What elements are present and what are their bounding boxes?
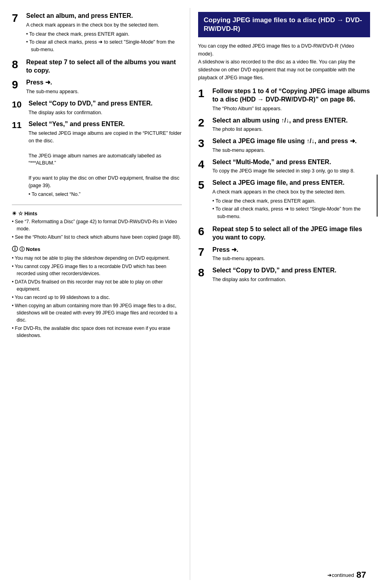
step-number-11: 11	[12, 120, 29, 130]
note-6: For DVD-Rs, the available disc space doe…	[12, 325, 182, 339]
step-9-content: Press ➜. The sub-menu appears.	[26, 79, 182, 96]
hints-icon: ☀	[12, 211, 17, 216]
note-5: When copying an album containing more th…	[12, 302, 182, 324]
right-step-number-5: 5	[198, 179, 212, 191]
right-step-1-title: Follow steps 1 to 4 of “Copying JPEG ima…	[212, 87, 370, 104]
right-step-2: 2 Select an album using ↑/↓, and press E…	[198, 117, 370, 134]
step-10-body: The display asks for confirmation.	[29, 109, 182, 117]
hints-section: ☀ ☆ Hints See “7. Reformatting a Disc” (…	[12, 211, 182, 241]
step-11-title: Select “Yes,” and press ENTER.	[29, 120, 182, 128]
left-step-7: 7 Select an album, and press ENTER. A ch…	[12, 12, 182, 54]
right-step-4-body: To copy the JPEG image file selected in …	[212, 167, 370, 175]
right-step-number-7: 7	[198, 246, 212, 258]
step-7-bullet-1: To clear the check mark, press ENTER aga…	[26, 31, 182, 38]
note-3: DATA DVDs finalised on this recorder may…	[12, 278, 182, 293]
right-step-number-3: 3	[198, 137, 212, 149]
right-column: Copying JPEG image files to a disc (HDD …	[190, 8, 378, 580]
right-step-2-content: Select an album using ↑/↓, and press ENT…	[212, 117, 370, 134]
section-header-text: Copying JPEG image files to a disc (HDD …	[204, 16, 362, 33]
hint-1: See “7. Reformatting a Disc” (page 42) t…	[12, 218, 182, 232]
left-divider	[12, 205, 182, 205]
left-step-10: 10 Select “Copy to DVD,” and press ENTER…	[12, 100, 182, 117]
right-step-8-body: The display asks for confirmation.	[212, 276, 370, 283]
notes-list: You may not be able to play the slidesho…	[12, 255, 182, 339]
right-step-1-body: The “Photo Album” list appears.	[212, 105, 370, 113]
right-step-8: 8 Select “Copy to DVD,” and press ENTER.…	[198, 266, 370, 283]
right-step-2-body: The photo list appears.	[212, 126, 370, 133]
step-11-content: Select “Yes,” and press ENTER. The selec…	[29, 120, 182, 199]
notes-icon: ⓘ	[12, 245, 18, 253]
right-step-number-6: 6	[198, 225, 212, 237]
note-1: You may not be able to play the slidesho…	[12, 255, 182, 262]
right-step-6: 6 Repeat step 5 to select all of the JPE…	[198, 225, 370, 242]
right-step-number-2: 2	[198, 117, 212, 128]
right-step-number-1: 1	[198, 87, 212, 99]
right-step-7-title: Press ➜.	[212, 246, 370, 254]
step-11-bullet-1: To cancel, select “No.”	[29, 191, 182, 198]
step-10-title: Select “Copy to DVD,” and press ENTER.	[29, 100, 182, 108]
step-8-content: Repeat step 7 to select all of the album…	[26, 58, 182, 75]
right-step-5-body: A check mark appears in the check box by…	[212, 188, 370, 196]
right-step-5-bullet-1: To clear the check mark, press ENTER aga…	[212, 197, 370, 205]
step-7-bullet-2: To clear all check marks, press ➜ to sel…	[26, 38, 182, 54]
step-number-10: 10	[12, 100, 29, 109]
notes-section: ⓘ ⓘ Notes You may not be able to play th…	[12, 245, 182, 339]
note-2: You cannot copy JPEG image files to a re…	[12, 263, 182, 277]
hints-title: ☀ ☆ Hints	[12, 211, 182, 216]
left-step-9: 9 Press ➜. The sub-menu appears.	[12, 79, 182, 96]
step-11-body: The selected JPEG image albums are copie…	[29, 130, 182, 189]
step-number-8: 8	[12, 58, 26, 70]
right-step-3-content: Select a JPEG image file using ↑/↓, and …	[212, 137, 370, 154]
right-step-6-title: Repeat step 5 to select all of the JPEG …	[212, 225, 370, 242]
left-step-8: 8 Repeat step 7 to select all of the alb…	[12, 58, 182, 75]
step-10-content: Select “Copy to DVD,” and press ENTER. T…	[29, 100, 182, 117]
right-step-4-content: Select “Multi-Mode,” and press ENTER. To…	[212, 158, 370, 175]
notes-title: ⓘ ⓘ Notes	[12, 245, 182, 253]
right-step-5: 5 Select a JPEG image file, and press EN…	[198, 179, 370, 221]
intro-text: You can copy the edited JPEG image files…	[198, 42, 370, 82]
right-step-3-title: Select a JPEG image file using ↑/↓, and …	[212, 137, 370, 146]
right-step-7: 7 Press ➜. The sub-menu appears.	[198, 246, 370, 263]
page-number: 87	[357, 570, 366, 580]
left-step-11: 11 Select “Yes,” and press ENTER. The se…	[12, 120, 182, 199]
step-7-bullets: To clear the check mark, press ENTER aga…	[26, 31, 182, 54]
note-4: You can record up to 99 slideshows to a …	[12, 294, 182, 301]
right-step-4: 4 Select “Multi-Mode,” and press ENTER. …	[198, 158, 370, 175]
step-number-9: 9	[12, 79, 26, 90]
right-step-4-title: Select “Multi-Mode,” and press ENTER.	[212, 158, 370, 167]
right-step-1-content: Follow steps 1 to 4 of “Copying JPEG ima…	[212, 87, 370, 112]
right-step-5-title: Select a JPEG image file, and press ENTE…	[212, 179, 370, 187]
right-step-8-content: Select “Copy to DVD,” and press ENTER. T…	[212, 266, 370, 283]
left-column: 7 Select an album, and press ENTER. A ch…	[0, 8, 190, 580]
step-9-title: Press ➜.	[26, 79, 182, 87]
step-8-title: Repeat step 7 to select all of the album…	[26, 58, 182, 75]
step-9-body: The sub-menu appears.	[26, 88, 182, 96]
step-7-title: Select an album, and press ENTER.	[26, 12, 182, 20]
right-step-6-content: Repeat step 5 to select all of the JPEG …	[212, 225, 370, 242]
right-step-1: 1 Follow steps 1 to 4 of “Copying JPEG i…	[198, 87, 370, 112]
hints-list: See “7. Reformatting a Disc” (page 42) t…	[12, 218, 182, 241]
photo-album-tab-wrapper: Photo Album	[376, 174, 378, 216]
step-7-content: Select an album, and press ENTER. A chec…	[26, 12, 182, 54]
right-step-3-body: The sub-menu appears.	[212, 147, 370, 154]
step-7-body: A check mark appears in the check box by…	[26, 21, 182, 29]
right-step-7-body: The sub-menu appears.	[212, 255, 370, 262]
right-step-2-title: Select an album using ↑/↓, and press ENT…	[212, 117, 370, 125]
right-step-number-4: 4	[198, 158, 212, 170]
right-step-5-bullets: To clear the check mark, press ENTER aga…	[212, 197, 370, 220]
right-step-number-8: 8	[198, 266, 212, 278]
section-header: Copying JPEG image files to a disc (HDD …	[198, 12, 370, 37]
photo-album-tab: Photo Album	[376, 174, 378, 216]
hint-2: See the “Photo Album” list to check whic…	[12, 234, 182, 241]
right-step-5-content: Select a JPEG image file, and press ENTE…	[212, 179, 370, 221]
continued-label: ➜continued	[327, 572, 354, 578]
right-step-5-bullet-2: To clear all check marks, press ➜ to sel…	[212, 205, 370, 220]
step-11-bullets: To cancel, select “No.”	[29, 191, 182, 198]
step-number-7: 7	[12, 12, 26, 24]
right-step-7-content: Press ➜. The sub-menu appears.	[212, 246, 370, 263]
right-step-3: 3 Select a JPEG image file using ↑/↓, an…	[198, 137, 370, 154]
page-footer: ➜continued 87	[327, 570, 366, 580]
right-step-8-title: Select “Copy to DVD,” and press ENTER.	[212, 266, 370, 275]
